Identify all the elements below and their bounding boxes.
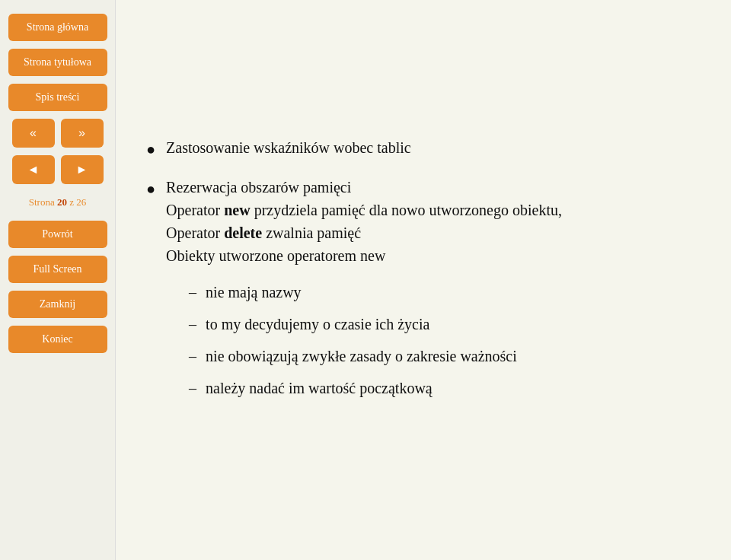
bullet1-text: Zastosowanie wskaźników wobec tablic <box>166 136 693 159</box>
list-item: – należy nadać im wartość początkową <box>189 377 693 399</box>
bullet2-line3: Obiekty utworzone operatorem new <box>166 247 385 264</box>
next-button[interactable]: ► <box>61 155 104 184</box>
list-item: – nie obowiązują zwykłe zasady o zakresi… <box>189 345 693 368</box>
list-item: – to my decydujemy o czasie ich życia <box>189 313 693 336</box>
sub-item-4: należy nadać im wartość początkową <box>206 377 433 399</box>
page-current: 20 <box>57 196 67 208</box>
bullet2-intro: Rezerwacja obszarów pamięci <box>166 179 351 196</box>
list-item: ● Zastosowanie wskaźników wobec tablic <box>146 136 693 161</box>
dash-icon: – <box>189 377 196 399</box>
bullet2-line1: Operator new przydziela pamięć dla nowo … <box>166 202 562 218</box>
sub-item-2: to my decydujemy o czasie ich życia <box>206 313 429 336</box>
nav-arrows-fast: « » <box>8 119 107 148</box>
sub-item-1: nie mają nazwy <box>206 281 302 304</box>
sidebar-item-strona-glowna[interactable]: Strona główna <box>8 14 107 41</box>
nav-arrows-step: ◄ ► <box>8 155 107 184</box>
bullet2-block: Rezerwacja obszarów pamięci Operator new… <box>166 176 693 409</box>
bullet-icon: ● <box>146 138 155 161</box>
powrot-button[interactable]: Powrót <box>8 221 107 248</box>
main-bullet-list: ● Zastosowanie wskaźników wobec tablic ●… <box>146 136 693 424</box>
rewind-button[interactable]: « <box>12 119 55 148</box>
bullet-icon: ● <box>146 177 155 200</box>
prev-button[interactable]: ◄ <box>12 155 55 184</box>
bullet2-line2: Operator delete zwalnia pamięć <box>166 224 361 241</box>
sidebar-item-strona-tytulowa[interactable]: Strona tytułowa <box>8 49 107 76</box>
sidebar-item-spis-tresci[interactable]: Spis treści <box>8 84 107 111</box>
main-content: ● Zastosowanie wskaźników wobec tablic ●… <box>116 0 731 560</box>
dash-icon: – <box>189 313 196 336</box>
list-item: ● Rezerwacja obszarów pamięci Operator n… <box>146 176 693 409</box>
dash-icon: – <box>189 345 196 368</box>
sub-item-3: nie obowiązują zwykłe zasady o zakresie … <box>206 345 517 368</box>
dash-icon: – <box>189 281 196 304</box>
page-total: 26 <box>76 196 86 208</box>
zamknij-button[interactable]: Zamknij <box>8 291 107 318</box>
full-screen-button[interactable]: Full Screen <box>8 256 107 283</box>
page-info: Strona 20 z 26 <box>8 192 107 213</box>
sidebar: Strona główna Strona tytułowa Spis treśc… <box>0 0 116 560</box>
sub-list: – nie mają nazwy – to my decydujemy o cz… <box>189 281 693 399</box>
list-item: – nie mają nazwy <box>189 281 693 304</box>
fast-forward-button[interactable]: » <box>61 119 104 148</box>
koniec-button[interactable]: Koniec <box>8 326 107 353</box>
